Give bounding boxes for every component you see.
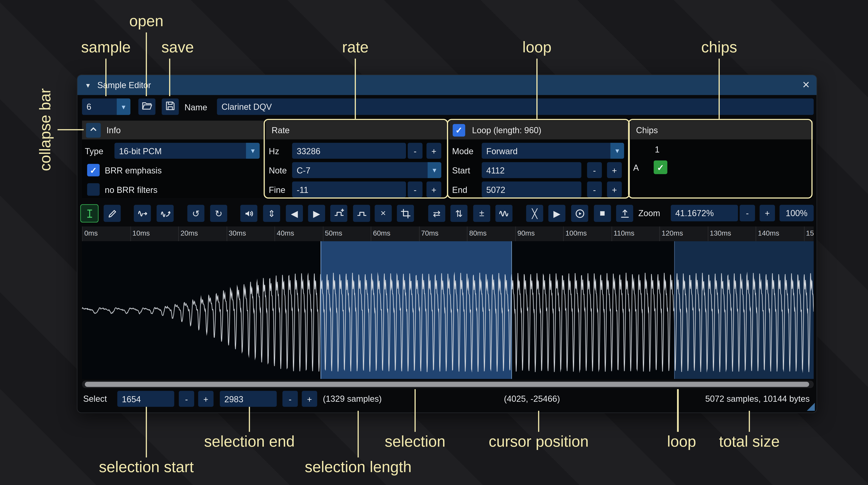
trim-button[interactable] (397, 205, 414, 222)
normalize-button[interactable]: ⇕ (263, 205, 280, 222)
annotation-collapse-bar: collapse bar (37, 88, 55, 171)
window-collapse-icon[interactable]: ▼ (85, 82, 91, 89)
ruler-tick (419, 226, 419, 241)
selection-end-input[interactable]: 2983 (220, 391, 277, 407)
ruler-tick (804, 226, 804, 241)
save-button[interactable] (162, 98, 179, 115)
annotation-line-collapse-bar (58, 129, 84, 130)
annotation-line-open (146, 32, 147, 96)
resize-button[interactable] (134, 205, 151, 222)
ruler-tick (226, 226, 227, 241)
ruler-label: 120ms (661, 229, 683, 237)
selection-length-text: (1329 samples) (323, 394, 382, 403)
fade-out-button[interactable]: ▶ (308, 205, 325, 222)
selection-start-minus-button[interactable]: - (179, 391, 194, 407)
waveform-area[interactable] (82, 241, 814, 379)
brr-emphasis-label: BRR emphasis (105, 165, 162, 175)
zoom-minus-button[interactable]: - (740, 205, 755, 221)
resize-icon (137, 208, 148, 219)
reverse-button[interactable]: ⇄ (428, 205, 445, 222)
screenshot-stage: ▼ Sample Editor × 6 ▼ Name Clarinet DQV (0, 0, 868, 485)
undo-icon: ↺ (192, 208, 199, 219)
no-brr-filters-label: no BRR filters (105, 185, 158, 195)
sign-invert-button[interactable]: ± (473, 205, 490, 222)
stop-preview-button[interactable]: ■ (594, 205, 611, 222)
ruler-label: 150 (806, 229, 814, 237)
ruler-label: 100ms (565, 229, 587, 237)
zoom-plus-button[interactable]: + (760, 205, 775, 221)
edit-mode-select-icon (84, 208, 95, 219)
annotation-open: open (129, 12, 163, 30)
type-dropdown[interactable]: 16-bit PCM ▼ (115, 143, 259, 159)
annotation-line-chips (718, 59, 720, 119)
no-brr-filters-checkbox[interactable] (87, 183, 100, 196)
insert-silence-button[interactable] (330, 205, 347, 222)
amplify-button[interactable] (240, 205, 257, 222)
preview-button[interactable]: ▶ (549, 205, 565, 222)
create-instrument-button[interactable] (616, 205, 633, 222)
crossfade-button[interactable]: ╳ (526, 205, 543, 222)
apply-filter-button[interactable] (495, 205, 513, 222)
annotation-loop: loop (522, 39, 551, 56)
brr-emphasis-checkbox[interactable]: ✓ (87, 164, 100, 176)
annotation-line-loop (536, 59, 537, 119)
sample-selector[interactable]: 6 ▼ (82, 98, 130, 115)
selection-end-minus-button[interactable]: - (282, 391, 298, 407)
waveform-canvas[interactable] (82, 241, 814, 379)
ruler-tick (130, 226, 130, 241)
scrollbar-thumb[interactable] (85, 382, 809, 387)
ruler-tick (611, 226, 612, 241)
selection-start-input[interactable]: 1654 (117, 391, 174, 407)
ruler-tick (178, 226, 179, 241)
invert-button[interactable]: ⇅ (450, 205, 467, 222)
toolbar: Zoom 41.1672% - + 100% ↺↻⇕◀▶×⇄⇅±╳▶■ (78, 205, 818, 222)
apply-silence-button[interactable] (353, 205, 370, 222)
ruler-label: 30ms (229, 229, 246, 237)
close-icon[interactable]: × (802, 77, 810, 92)
annotation-line-cursor-position (538, 411, 539, 432)
waveform-scrollbar[interactable] (82, 381, 814, 388)
open-button[interactable] (138, 98, 155, 115)
ruler-label: 90ms (517, 229, 535, 237)
selection-start-plus-button[interactable]: + (198, 391, 214, 407)
delete-button[interactable]: × (375, 205, 392, 222)
preview-icon: ▶ (553, 208, 560, 219)
chevron-down-icon[interactable]: ▼ (117, 98, 130, 115)
resize-grip[interactable] (807, 403, 815, 411)
name-input[interactable]: Clarinet DQV (217, 98, 814, 115)
zoom-input[interactable]: 41.1672% (671, 205, 738, 221)
annotation-line-selection-length (357, 411, 359, 457)
ruler-tick (371, 226, 371, 241)
titlebar[interactable]: ▼ Sample Editor × (78, 75, 816, 95)
edit-mode-draw-button[interactable] (104, 205, 121, 222)
floppy-save-icon (164, 100, 176, 114)
annotation-sample: sample (81, 39, 131, 56)
undo-button[interactable]: ↺ (187, 205, 204, 222)
fade-in-button[interactable]: ◀ (286, 205, 303, 222)
ruler-label: 60ms (373, 229, 390, 237)
normalize-icon: ⇕ (268, 208, 276, 219)
cursor-position-text: (4025, -25466) (504, 394, 560, 403)
redo-button[interactable]: ↻ (210, 205, 227, 222)
zoom-reset-button[interactable]: 100% (779, 205, 814, 221)
type-dropdown-value: 16-bit PCM (119, 146, 162, 156)
annotation-line-selection-end (249, 407, 250, 432)
ruler-label: 0ms (84, 229, 98, 237)
annotation-selection-start: selection start (99, 459, 194, 476)
create-instrument-icon (619, 208, 630, 219)
ruler-tick (82, 226, 83, 241)
ruler-label: 140ms (758, 229, 779, 237)
resample-button[interactable] (157, 205, 174, 222)
insert-silence-icon (333, 208, 344, 219)
annotation-line-save (169, 59, 170, 96)
annotation-line-rate (354, 59, 356, 119)
ruler-label: 20ms (181, 229, 198, 237)
selection-end-plus-button[interactable]: + (302, 391, 317, 407)
loop-highlight-box (447, 119, 630, 199)
preview-loop-button[interactable] (571, 205, 588, 222)
edit-mode-select-button[interactable] (81, 205, 98, 222)
collapse-bar-button[interactable] (86, 123, 101, 137)
chevron-down-icon[interactable]: ▼ (246, 143, 260, 159)
chips-highlight-box (628, 119, 813, 199)
annotation-line-loop-bottom (677, 389, 678, 432)
